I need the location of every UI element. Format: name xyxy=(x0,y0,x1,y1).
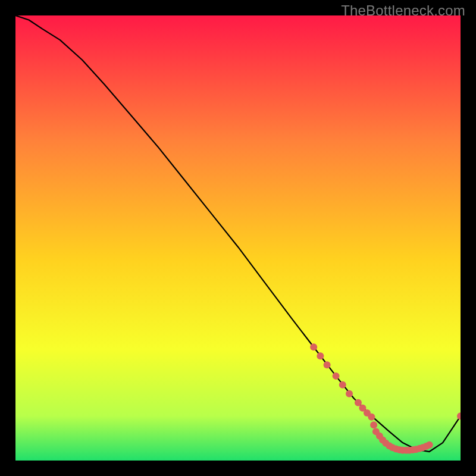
data-dot xyxy=(317,352,324,359)
data-dot xyxy=(339,381,346,389)
data-dot xyxy=(426,441,433,449)
plot-area xyxy=(15,15,461,461)
gradient-background xyxy=(15,15,461,461)
data-dot xyxy=(346,390,353,397)
data-dot xyxy=(368,414,375,421)
data-dot xyxy=(324,361,331,368)
chart-frame: TheBottleneck.com xyxy=(0,0,476,476)
data-dot xyxy=(333,372,340,380)
data-dot xyxy=(310,343,317,350)
data-dot xyxy=(370,421,377,428)
chart-svg xyxy=(15,15,461,461)
